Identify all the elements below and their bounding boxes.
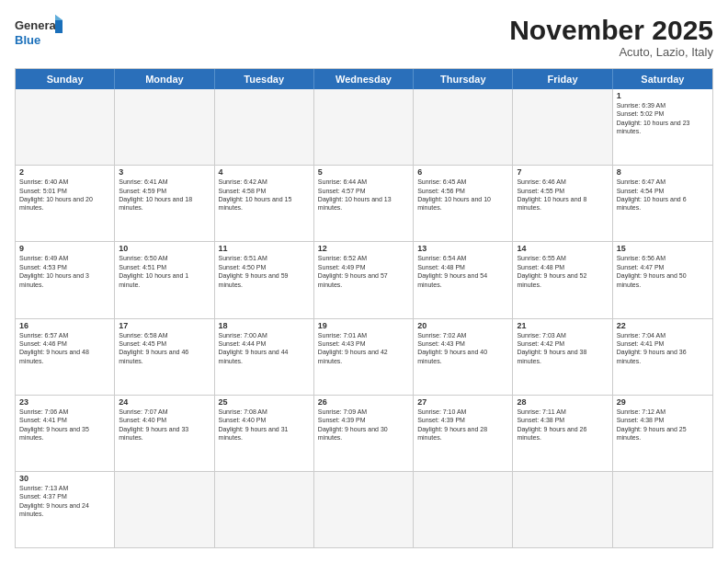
day-number: 23 — [19, 397, 110, 407]
empty-day-cell — [314, 89, 414, 165]
empty-day-cell — [314, 472, 414, 547]
day-info: Sunrise: 7:06 AM Sunset: 4:41 PM Dayligh… — [19, 408, 110, 442]
empty-day-cell — [414, 89, 513, 165]
day-cell: 4Sunrise: 6:42 AM Sunset: 4:58 PM Daylig… — [215, 166, 314, 241]
general-blue-logo-icon: General Blue — [15, 15, 63, 55]
day-cell: 28Sunrise: 7:11 AM Sunset: 4:38 PM Dayli… — [513, 396, 612, 471]
empty-day-cell — [215, 472, 314, 547]
day-info: Sunrise: 7:08 AM Sunset: 4:40 PM Dayligh… — [219, 408, 310, 442]
page: General Blue November 2025 Acuto, Lazio,… — [0, 0, 728, 563]
day-number: 3 — [119, 167, 210, 177]
day-cell: 14Sunrise: 6:55 AM Sunset: 4:48 PM Dayli… — [513, 242, 612, 317]
day-header: Saturday — [613, 69, 712, 89]
empty-day-cell — [613, 472, 712, 547]
day-number: 25 — [219, 397, 310, 407]
week-row: 16Sunrise: 6:57 AM Sunset: 4:46 PM Dayli… — [16, 318, 712, 395]
empty-day-cell — [16, 89, 115, 165]
day-cell: 7Sunrise: 6:46 AM Sunset: 4:55 PM Daylig… — [513, 166, 612, 241]
day-info: Sunrise: 6:56 AM Sunset: 4:47 PM Dayligh… — [617, 254, 709, 289]
day-header: Monday — [115, 69, 214, 89]
day-cell: 9Sunrise: 6:49 AM Sunset: 4:53 PM Daylig… — [16, 242, 115, 317]
title-area: November 2025 Acuto, Lazio, Italy — [509, 15, 713, 59]
day-info: Sunrise: 6:57 AM Sunset: 4:46 PM Dayligh… — [19, 331, 110, 366]
day-number: 5 — [318, 167, 409, 177]
day-info: Sunrise: 7:09 AM Sunset: 4:39 PM Dayligh… — [318, 408, 409, 442]
day-info: Sunrise: 7:13 AM Sunset: 4:37 PM Dayligh… — [19, 484, 110, 519]
logo: General Blue — [15, 15, 63, 55]
day-number: 9 — [19, 244, 110, 253]
svg-text:General: General — [15, 18, 59, 32]
day-info: Sunrise: 7:03 AM Sunset: 4:42 PM Dayligh… — [517, 331, 608, 366]
day-header: Thursday — [414, 69, 513, 89]
empty-day-cell — [115, 472, 214, 547]
day-number: 1 — [617, 91, 709, 100]
day-header: Friday — [513, 69, 612, 89]
month-title: November 2025 — [509, 15, 713, 45]
day-cell: 16Sunrise: 6:57 AM Sunset: 4:46 PM Dayli… — [16, 319, 115, 395]
day-number: 29 — [617, 397, 709, 407]
day-number: 22 — [617, 321, 709, 330]
day-cell: 27Sunrise: 7:10 AM Sunset: 4:39 PM Dayli… — [414, 396, 513, 471]
day-cell: 11Sunrise: 6:51 AM Sunset: 4:50 PM Dayli… — [215, 242, 314, 317]
day-cell: 18Sunrise: 7:00 AM Sunset: 4:44 PM Dayli… — [215, 319, 314, 395]
day-info: Sunrise: 6:40 AM Sunset: 5:01 PM Dayligh… — [19, 178, 110, 213]
svg-text:Blue: Blue — [15, 33, 40, 47]
day-info: Sunrise: 6:41 AM Sunset: 4:59 PM Dayligh… — [119, 178, 210, 213]
day-header: Tuesday — [215, 69, 314, 89]
empty-day-cell — [513, 472, 612, 547]
day-info: Sunrise: 7:02 AM Sunset: 4:43 PM Dayligh… — [417, 331, 508, 366]
day-info: Sunrise: 6:44 AM Sunset: 4:57 PM Dayligh… — [318, 178, 409, 213]
day-headers: SundayMondayTuesdayWednesdayThursdayFrid… — [16, 69, 712, 89]
day-cell: 12Sunrise: 6:52 AM Sunset: 4:49 PM Dayli… — [314, 242, 414, 317]
day-info: Sunrise: 7:10 AM Sunset: 4:39 PM Dayligh… — [417, 408, 508, 442]
day-cell: 25Sunrise: 7:08 AM Sunset: 4:40 PM Dayli… — [215, 396, 314, 471]
day-info: Sunrise: 6:51 AM Sunset: 4:50 PM Dayligh… — [219, 254, 310, 289]
day-info: Sunrise: 6:58 AM Sunset: 4:45 PM Dayligh… — [119, 331, 210, 366]
empty-day-cell — [115, 89, 214, 165]
day-number: 2 — [19, 167, 110, 177]
day-cell: 17Sunrise: 6:58 AM Sunset: 4:45 PM Dayli… — [115, 319, 214, 395]
week-row: 1Sunrise: 6:39 AM Sunset: 5:02 PM Daylig… — [16, 89, 712, 165]
day-cell: 21Sunrise: 7:03 AM Sunset: 4:42 PM Dayli… — [513, 319, 612, 395]
day-cell: 3Sunrise: 6:41 AM Sunset: 4:59 PM Daylig… — [115, 166, 214, 241]
day-number: 10 — [119, 244, 210, 253]
day-info: Sunrise: 7:04 AM Sunset: 4:41 PM Dayligh… — [617, 331, 709, 366]
day-number: 30 — [19, 474, 110, 483]
day-info: Sunrise: 7:07 AM Sunset: 4:40 PM Dayligh… — [119, 408, 210, 442]
day-info: Sunrise: 7:11 AM Sunset: 4:38 PM Dayligh… — [517, 408, 608, 442]
day-number: 19 — [318, 321, 409, 330]
day-number: 17 — [119, 321, 210, 330]
day-cell: 8Sunrise: 6:47 AM Sunset: 4:54 PM Daylig… — [613, 166, 712, 241]
day-cell: 23Sunrise: 7:06 AM Sunset: 4:41 PM Dayli… — [16, 396, 115, 471]
day-info: Sunrise: 7:00 AM Sunset: 4:44 PM Dayligh… — [219, 331, 310, 366]
day-info: Sunrise: 6:50 AM Sunset: 4:51 PM Dayligh… — [119, 254, 210, 289]
day-cell: 1Sunrise: 6:39 AM Sunset: 5:02 PM Daylig… — [613, 89, 712, 165]
day-header: Wednesday — [314, 69, 414, 89]
day-info: Sunrise: 7:12 AM Sunset: 4:38 PM Dayligh… — [617, 408, 709, 442]
svg-marker-3 — [55, 15, 63, 20]
day-cell: 30Sunrise: 7:13 AM Sunset: 4:37 PM Dayli… — [16, 472, 115, 547]
day-info: Sunrise: 6:47 AM Sunset: 4:54 PM Dayligh… — [617, 178, 709, 213]
day-cell: 24Sunrise: 7:07 AM Sunset: 4:40 PM Dayli… — [115, 396, 214, 471]
day-cell: 5Sunrise: 6:44 AM Sunset: 4:57 PM Daylig… — [314, 166, 414, 241]
day-info: Sunrise: 6:55 AM Sunset: 4:48 PM Dayligh… — [517, 254, 608, 289]
day-number: 20 — [417, 321, 508, 330]
day-number: 12 — [318, 244, 409, 253]
week-row: 2Sunrise: 6:40 AM Sunset: 5:01 PM Daylig… — [16, 165, 712, 241]
location: Acuto, Lazio, Italy — [509, 45, 713, 59]
week-row: 23Sunrise: 7:06 AM Sunset: 4:41 PM Dayli… — [16, 395, 712, 471]
day-number: 8 — [617, 167, 709, 177]
empty-day-cell — [215, 89, 314, 165]
day-number: 18 — [219, 321, 310, 330]
day-info: Sunrise: 6:49 AM Sunset: 4:53 PM Dayligh… — [19, 254, 110, 289]
day-number: 27 — [417, 397, 508, 407]
day-number: 7 — [517, 167, 608, 177]
day-cell: 2Sunrise: 6:40 AM Sunset: 5:01 PM Daylig… — [16, 166, 115, 241]
day-cell: 13Sunrise: 6:54 AM Sunset: 4:48 PM Dayli… — [414, 242, 513, 317]
day-cell: 26Sunrise: 7:09 AM Sunset: 4:39 PM Dayli… — [314, 396, 414, 471]
day-number: 21 — [517, 321, 608, 330]
day-number: 24 — [119, 397, 210, 407]
day-info: Sunrise: 6:42 AM Sunset: 4:58 PM Dayligh… — [219, 178, 310, 213]
day-number: 6 — [417, 167, 508, 177]
day-number: 26 — [318, 397, 409, 407]
